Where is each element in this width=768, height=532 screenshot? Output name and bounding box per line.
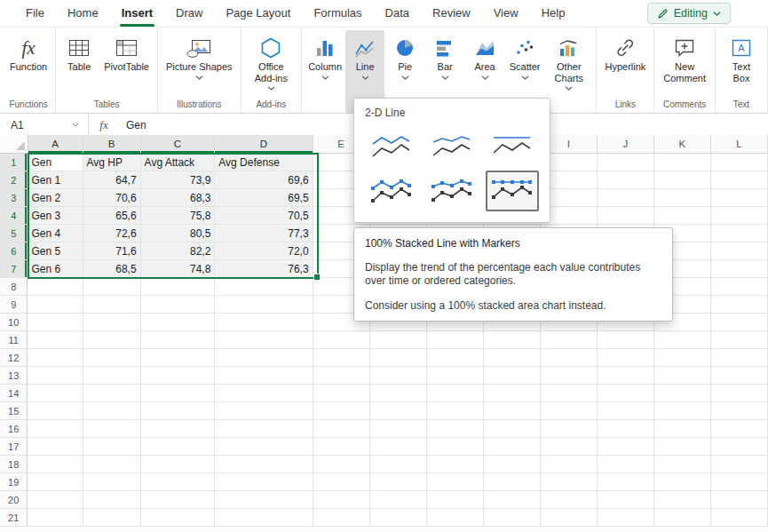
cell-J18[interactable]: [598, 456, 654, 473]
cell-F12[interactable]: [370, 349, 427, 367]
cell-G16[interactable]: [427, 420, 484, 438]
cell-L6[interactable]: [711, 242, 768, 260]
cell-F13[interactable]: [370, 367, 427, 385]
cell-B7[interactable]: 68,5: [83, 260, 141, 278]
cell-I21[interactable]: [541, 509, 598, 527]
cell-L15[interactable]: [711, 402, 768, 420]
cell-B9[interactable]: [83, 296, 141, 314]
cell-I12[interactable]: [541, 349, 598, 367]
cell-E16[interactable]: [313, 420, 370, 438]
cell-C6[interactable]: 82,2: [141, 242, 216, 260]
new-comment-button[interactable]: New Comment: [658, 30, 711, 99]
column-header-D[interactable]: D: [215, 135, 313, 154]
cell-A13[interactable]: [28, 367, 83, 385]
cell-A16[interactable]: [28, 420, 83, 438]
cell-E19[interactable]: [313, 473, 370, 491]
cell-E11[interactable]: [313, 331, 370, 349]
column-header-A[interactable]: A: [28, 135, 83, 154]
cell-E13[interactable]: [313, 367, 370, 385]
cell-B15[interactable]: [83, 402, 141, 420]
menu-tab-review[interactable]: Review: [421, 0, 482, 27]
cell-C5[interactable]: 80,5: [141, 225, 216, 242]
cell-A15[interactable]: [28, 402, 83, 420]
text-box-button[interactable]: A Text Box: [719, 30, 764, 99]
cell-L18[interactable]: [711, 456, 768, 473]
row-header-14[interactable]: 14: [0, 385, 28, 402]
cell-J2[interactable]: [598, 171, 654, 189]
column-header-C[interactable]: C: [141, 135, 216, 154]
column-chart-button[interactable]: Column: [305, 30, 344, 113]
cell-C10[interactable]: [141, 314, 216, 331]
cell-B17[interactable]: [83, 438, 141, 456]
cell-K4[interactable]: [654, 207, 711, 225]
cell-H19[interactable]: [484, 473, 541, 491]
cell-B1[interactable]: Avg HP: [83, 154, 141, 171]
chart-type-line-with-markers[interactable]: [365, 171, 418, 211]
cell-L17[interactable]: [711, 438, 768, 456]
cell-D7[interactable]: 76,3: [215, 260, 313, 278]
cell-E17[interactable]: [313, 438, 370, 456]
cell-A1[interactable]: Gen: [28, 154, 83, 171]
cell-D19[interactable]: [215, 473, 313, 491]
row-header-17[interactable]: 17: [0, 438, 28, 456]
menu-tab-help[interactable]: Help: [530, 0, 577, 27]
cell-D13[interactable]: [215, 367, 313, 385]
cell-E18[interactable]: [313, 456, 370, 473]
cell-B11[interactable]: [83, 331, 141, 349]
cell-L1[interactable]: [711, 154, 768, 171]
cell-I18[interactable]: [541, 456, 598, 473]
chart-type-stacked-line[interactable]: [425, 126, 479, 167]
cell-F17[interactable]: [370, 438, 427, 456]
cell-K12[interactable]: [654, 349, 711, 367]
cell-H18[interactable]: [484, 456, 541, 473]
cell-K13[interactable]: [654, 367, 711, 385]
row-header-2[interactable]: 2: [0, 171, 28, 189]
row-header-1[interactable]: 1: [0, 154, 28, 171]
cell-J12[interactable]: [598, 349, 654, 367]
cell-F16[interactable]: [370, 420, 427, 438]
menu-tab-page-layout[interactable]: Page Layout: [214, 0, 302, 27]
cell-A21[interactable]: [28, 509, 83, 527]
cell-A19[interactable]: [28, 473, 83, 491]
cell-A2[interactable]: Gen 1: [28, 171, 83, 189]
cell-C2[interactable]: 73,9: [141, 171, 216, 189]
cell-H21[interactable]: [484, 509, 541, 527]
cell-H12[interactable]: [484, 349, 541, 367]
cell-A7[interactable]: Gen 6: [28, 260, 83, 278]
cell-A9[interactable]: [28, 296, 83, 314]
cell-C21[interactable]: [141, 509, 216, 527]
chart-type-stacked-line-with-markers[interactable]: [425, 171, 479, 211]
row-header-19[interactable]: 19: [0, 473, 28, 491]
cell-H13[interactable]: [484, 367, 541, 385]
cell-G11[interactable]: [427, 331, 484, 349]
cell-K14[interactable]: [654, 385, 711, 402]
cell-A3[interactable]: Gen 2: [28, 189, 83, 207]
cell-B12[interactable]: [83, 349, 141, 367]
cell-B6[interactable]: 71,6: [83, 242, 141, 260]
column-header-L[interactable]: L: [711, 135, 768, 154]
column-header-J[interactable]: J: [598, 135, 654, 154]
cell-A17[interactable]: [28, 438, 83, 456]
cell-J21[interactable]: [598, 509, 654, 527]
cell-E12[interactable]: [313, 349, 370, 367]
cell-C11[interactable]: [141, 331, 216, 349]
cell-D8[interactable]: [215, 278, 313, 296]
cell-B5[interactable]: 72,6: [83, 225, 141, 242]
menu-tab-file[interactable]: File: [14, 0, 56, 27]
cell-C12[interactable]: [141, 349, 216, 367]
cell-D6[interactable]: 72,0: [215, 242, 313, 260]
cell-G20[interactable]: [427, 491, 484, 509]
cell-A20[interactable]: [28, 491, 83, 509]
row-header-11[interactable]: 11: [0, 331, 28, 349]
picture-shapes-button[interactable]: Picture Shapes: [162, 30, 237, 99]
cell-J13[interactable]: [598, 367, 654, 385]
cell-F18[interactable]: [370, 456, 427, 473]
cell-G18[interactable]: [427, 456, 484, 473]
cell-K18[interactable]: [654, 456, 711, 473]
cell-J14[interactable]: [598, 385, 654, 402]
insert-function-fx-icon[interactable]: fx: [89, 118, 119, 132]
row-header-8[interactable]: 8: [0, 278, 28, 296]
cell-L12[interactable]: [711, 349, 768, 367]
column-header-B[interactable]: B: [83, 135, 141, 154]
cell-D16[interactable]: [215, 420, 313, 438]
